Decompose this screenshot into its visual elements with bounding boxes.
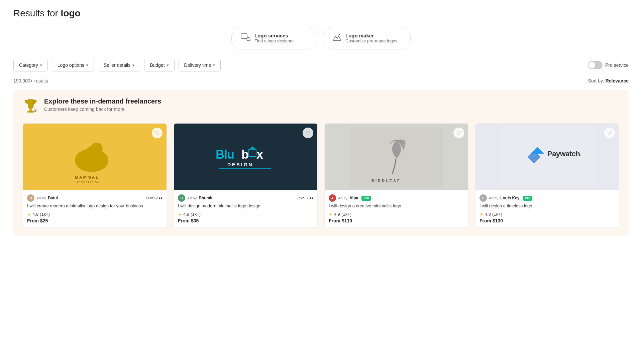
ad-label-louis: Ad by <box>489 196 498 200</box>
rating-value-alpa: 4.9 <box>334 212 340 217</box>
pro-toggle-thumb <box>588 62 595 68</box>
logo-maker-sublabel: Customize pre-made logos <box>345 38 397 43</box>
rating-value-bhumit: 4.9 <box>183 212 189 217</box>
rating-value-louis: 4.8 <box>485 212 491 217</box>
seller-name-alpa[interactable]: Alpa <box>349 196 358 200</box>
seller-name-batul[interactable]: Batul <box>48 196 58 200</box>
logo-options-filter-label: Logo options <box>58 62 84 68</box>
gig-meta-batul: B Ad by Batul Level 2 ♦♦ <box>27 194 163 202</box>
trophy-icon: ↺ <box>23 98 39 117</box>
gig-card-louis[interactable]: Paywatch ® ♡ L Ad by Louis Key Pro <box>475 123 619 228</box>
featured-header: ↺ Explore these in-demand freelancers Cu… <box>23 98 619 117</box>
seller-details-chevron-icon: ▾ <box>132 63 134 67</box>
seller-details-filter-label: Seller details <box>104 62 130 68</box>
pro-toggle-switch[interactable] <box>588 61 603 69</box>
reviews-count-louis: (1k+) <box>492 212 502 217</box>
star-icon-louis: ★ <box>479 212 484 217</box>
svg-rect-5 <box>27 111 34 113</box>
seller-info-alpa: A Ad by Alpa Pro <box>329 194 371 202</box>
results-bar: 190,000+ results Sort by: Relevance <box>13 78 629 83</box>
featured-section: ↺ Explore these in-demand freelancers Cu… <box>13 89 629 236</box>
gig-price-bhumit: From $35 <box>178 218 313 223</box>
gig-title-alpa: I will design a creative minimalist logo <box>329 203 464 209</box>
category-filter[interactable]: Category ▾ <box>13 59 48 71</box>
logo-services-text: Logo services Find a logo designer <box>254 33 294 43</box>
gig-image-bhumit: Blu b x DESIGN ♡ <box>174 124 317 190</box>
svg-text:b: b <box>241 148 248 161</box>
gig-rating-bhumit: ★ 4.9 (1k+) <box>178 212 313 217</box>
featured-header-text: Explore these in-demand freelancers Cust… <box>44 98 161 112</box>
page-title: Results for logo <box>13 8 629 19</box>
ad-label-batul: Ad by <box>36 196 46 200</box>
logo-options-filter[interactable]: Logo options ▾ <box>52 59 94 71</box>
svg-rect-0 <box>241 34 247 38</box>
logo-maker-card[interactable]: Logo maker Customize pre-made logos <box>324 27 411 49</box>
gig-body-batul: B Ad by Batul Level 2 ♦♦ I will create m… <box>23 190 167 227</box>
gig-meta-bhumit: B Ad by Bhumit Level 2 ♦♦ <box>178 194 313 202</box>
gig-card-bhumit[interactable]: Blu b x DESIGN ♡ <box>174 123 318 228</box>
svg-rect-4 <box>29 110 32 111</box>
gig-image-batul: MAMMAL ASSOCIATION ♡ <box>23 124 167 190</box>
filters-bar: Category ▾ Logo options ▾ Seller details… <box>13 59 629 71</box>
gig-title-bhumit: I will design modern minimalist logo des… <box>178 203 313 209</box>
gig-card-alpa[interactable]: BIRDLEAF ♡ A Ad by Alpa Pro I wil <box>324 123 468 228</box>
blubox-thumb: Blu b x DESIGN <box>174 124 317 190</box>
star-icon-bhumit: ★ <box>178 212 182 217</box>
mammal-thumb: MAMMAL ASSOCIATION <box>23 124 167 190</box>
category-chevron-icon: ▾ <box>40 63 42 67</box>
ad-label-alpa: Ad by <box>338 196 347 200</box>
delivery-time-filter[interactable]: Delivery time ▾ <box>179 59 221 71</box>
gig-price-louis: From $130 <box>479 218 615 223</box>
gig-meta-alpa: A Ad by Alpa Pro <box>329 194 464 202</box>
avatar-alpa: A <box>329 194 336 202</box>
sort-by-label: Sort by: Relevance <box>588 78 629 83</box>
main-page: Results for logo Logo services Find a lo… <box>0 0 642 253</box>
paywatch-thumb: Paywatch ® <box>475 124 619 190</box>
seller-name-louis[interactable]: Louis Key <box>500 196 519 200</box>
gig-price-batul: From $25 <box>27 218 163 223</box>
svg-text:BIRDLEAF: BIRDLEAF <box>371 179 401 183</box>
svg-text:↺: ↺ <box>33 109 36 113</box>
svg-text:MAMMAL: MAMMAL <box>75 175 99 180</box>
wishlist-button-bhumit[interactable]: ♡ <box>303 128 313 138</box>
pro-badge-alpa: Pro <box>361 196 371 201</box>
gig-title-batul: I will create modern minimalist logo des… <box>27 203 163 209</box>
featured-subtitle: Customers keep coming back for more. <box>44 107 161 112</box>
svg-text:DESIGN: DESIGN <box>227 162 253 167</box>
logo-services-card[interactable]: Logo services Find a logo designer <box>231 27 318 49</box>
gig-body-bhumit: B Ad by Bhumit Level 2 ♦♦ I will design … <box>174 190 317 227</box>
seller-details-filter[interactable]: Seller details ▾ <box>98 59 140 71</box>
svg-text:ASSOCIATION: ASSOCIATION <box>77 181 100 183</box>
logo-maker-icon <box>332 32 341 44</box>
star-icon-batul: ★ <box>27 212 31 217</box>
ad-label-bhumit: Ad by <box>187 196 197 200</box>
level-bhumit: Level 2 ♦♦ <box>297 196 313 200</box>
delivery-time-chevron-icon: ▾ <box>213 63 215 67</box>
gig-image-louis: Paywatch ® ♡ <box>475 124 619 190</box>
sort-value[interactable]: Relevance <box>606 78 629 83</box>
delivery-time-filter-label: Delivery time <box>184 62 211 68</box>
reviews-count-bhumit: (1k+) <box>191 212 201 217</box>
seller-info-batul: B Ad by Batul <box>27 194 58 202</box>
gig-rating-alpa: ★ 4.9 (1k+) <box>329 212 464 217</box>
logo-maker-text: Logo maker Customize pre-made logos <box>345 33 397 43</box>
budget-filter[interactable]: Budget ▾ <box>144 59 174 71</box>
wishlist-button-louis[interactable]: ♡ <box>604 128 615 138</box>
wishlist-button-batul[interactable]: ♡ <box>152 128 163 138</box>
search-keyword: logo <box>61 8 81 18</box>
pro-badge-louis: Pro <box>523 196 533 201</box>
budget-chevron-icon: ▾ <box>167 63 169 67</box>
level-batul: Level 2 ♦♦ <box>146 196 163 200</box>
seller-info-bhumit: B Ad by Bhumit <box>178 194 212 202</box>
wishlist-button-alpa[interactable]: ♡ <box>453 128 464 138</box>
reviews-count-alpa: (1k+) <box>341 212 351 217</box>
birdleaf-thumb: BIRDLEAF <box>325 124 468 190</box>
results-count: 190,000+ results <box>13 78 48 83</box>
seller-name-bhumit[interactable]: Bhumit <box>199 196 212 200</box>
svg-text:®: ® <box>579 154 581 157</box>
svg-point-10 <box>91 143 103 155</box>
gig-rating-louis: ★ 4.8 (1k+) <box>479 212 615 217</box>
featured-title: Explore these in-demand freelancers <box>44 98 161 105</box>
seller-info-louis: L Ad by Louis Key Pro <box>479 194 532 202</box>
gig-card-batul[interactable]: MAMMAL ASSOCIATION ♡ B Ad by Batul Level… <box>23 123 167 228</box>
